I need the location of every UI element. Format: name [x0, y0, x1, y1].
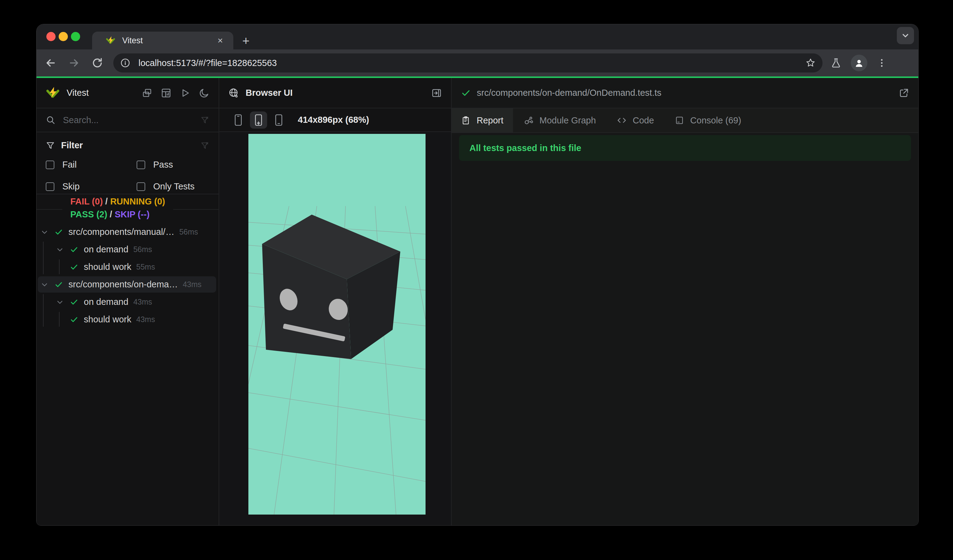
device-phone-small-button[interactable] — [230, 112, 247, 129]
tab-module-graph[interactable]: Module Graph — [513, 109, 606, 132]
filter-section: Filter Fail Pass — [37, 132, 219, 194]
pass-check-icon — [70, 298, 78, 306]
open-panel-right-icon[interactable] — [431, 88, 442, 98]
summary-line-2: PASS (2)/SKIP (--) — [70, 208, 165, 221]
checkbox[interactable] — [137, 161, 145, 169]
vitest-logo — [46, 86, 60, 100]
detach-windows-icon[interactable] — [142, 88, 152, 98]
search-input[interactable] — [63, 115, 200, 125]
pass-check-icon — [70, 315, 78, 324]
3d-scene-cube-robot — [248, 134, 425, 515]
sidebar-header: Vitest — [37, 78, 219, 108]
reload-button[interactable] — [88, 54, 107, 72]
browser-tab[interactable]: Vitest × — [92, 32, 233, 50]
toolbar-right-icons — [830, 55, 887, 71]
pass-count: PASS (2) — [70, 209, 107, 219]
tab-report[interactable]: Report — [452, 109, 513, 132]
person-icon — [854, 58, 864, 68]
experiments-flask-icon[interactable] — [830, 57, 841, 68]
tree-row-file-manual[interactable]: src/components/manual/… 56ms — [37, 223, 219, 241]
file-pass-check-icon — [461, 88, 471, 98]
vitest-favicon — [106, 36, 115, 45]
checkbox[interactable] — [46, 161, 54, 169]
device-phone-plus-button[interactable] — [250, 112, 267, 129]
filter-option-skip[interactable]: Skip — [46, 181, 137, 192]
browser-toolbar: localhost:5173/#/?file=1828625563 — [37, 50, 918, 76]
filter-option-only-tests[interactable]: Only Tests — [137, 181, 210, 192]
test-summary: FAIL (0)/RUNNING (0) PASS (2)/SKIP (--) — [37, 194, 219, 223]
site-info-icon[interactable] — [120, 58, 130, 68]
device-phone-minus-button[interactable] — [270, 112, 287, 129]
bookmark-star-icon[interactable] — [805, 58, 816, 68]
test-duration: 56ms — [133, 245, 152, 254]
browser-ui-title: Browser UI — [245, 88, 293, 98]
vitest-app: Vitest — [37, 78, 918, 526]
chevron-down-icon[interactable] — [40, 280, 49, 289]
pass-check-icon — [70, 263, 78, 271]
close-window-button[interactable] — [47, 32, 56, 41]
filter-option-fail[interactable]: Fail — [46, 160, 137, 170]
tab-close-icon[interactable]: × — [215, 35, 225, 47]
back-button[interactable] — [42, 54, 60, 72]
device-toolbar: 414x896px (68%) — [219, 109, 451, 132]
tree-row-suite[interactable]: on demand 43ms — [37, 293, 219, 311]
filter-option-pass[interactable]: Pass — [137, 160, 210, 170]
url-text[interactable]: localhost:5173/#/?file=1828625563 — [138, 58, 805, 68]
search-icon — [46, 115, 56, 125]
tree-row-suite[interactable]: on demand 56ms — [37, 241, 219, 258]
tab-title: Vitest — [122, 36, 215, 45]
chevron-down-icon[interactable] — [56, 298, 64, 306]
chevron-down-icon[interactable] — [40, 228, 49, 236]
chevron-down-icon[interactable] — [56, 245, 64, 254]
url-bar[interactable]: localhost:5173/#/?file=1828625563 — [113, 53, 823, 73]
dark-mode-moon-icon[interactable] — [199, 88, 210, 98]
tree-row-file-on-demand-selected[interactable]: src/components/on-dema… 43ms — [37, 276, 219, 293]
test-duration: 56ms — [179, 228, 198, 236]
tab-console[interactable]: Console (69) — [664, 109, 751, 132]
summary-line-1: FAIL (0)/RUNNING (0) — [70, 195, 165, 208]
tested-app-viewport[interactable] — [248, 134, 425, 515]
forward-button[interactable] — [65, 54, 83, 72]
clear-search-filter-icon[interactable] — [200, 115, 210, 125]
tab-search-button[interactable] — [897, 27, 914, 44]
minimize-window-button[interactable] — [59, 32, 68, 41]
funnel-icon — [46, 141, 55, 150]
run-all-play-icon[interactable] — [180, 88, 190, 98]
search-row — [37, 109, 219, 132]
sidebar: Vitest — [37, 78, 219, 526]
checkbox[interactable] — [137, 182, 145, 191]
clipboard-icon — [461, 116, 470, 125]
filter-title: Filter — [61, 140, 83, 150]
test-duration: 43ms — [183, 280, 202, 289]
clear-filter-icon[interactable] — [200, 141, 210, 150]
viewport-area — [219, 132, 451, 526]
app-title: Vitest — [67, 88, 89, 98]
tree-row-test[interactable]: should work 55ms — [37, 258, 219, 276]
report-panel: src/components/on-demand/OnDemand.test.t… — [452, 78, 918, 526]
chevron-down-icon — [901, 31, 910, 40]
test-duration: 43ms — [136, 315, 155, 324]
browser-window: Vitest × + localhost:5173/#/?file=182862… — [36, 24, 919, 526]
report-content: All tests passed in this file — [452, 133, 918, 526]
file-path: src/components/on-demand/OnDemand.test.t… — [477, 88, 661, 98]
new-tab-button[interactable]: + — [239, 34, 253, 48]
dashboard-icon[interactable] — [161, 88, 171, 98]
module-graph-icon — [523, 115, 533, 125]
skip-count: SKIP (--) — [115, 209, 149, 219]
globe-icon — [228, 88, 239, 98]
console-icon — [675, 116, 684, 125]
browser-ui-panel: Browser UI 414x896px (68%) — [219, 78, 452, 526]
external-link-icon[interactable] — [899, 88, 909, 98]
tab-code[interactable]: Code — [606, 109, 664, 132]
tree-row-test[interactable]: should work 43ms — [37, 311, 219, 328]
browser-ui-header: Browser UI — [219, 78, 451, 108]
maximize-window-button[interactable] — [71, 32, 80, 41]
menu-dots-icon[interactable] — [877, 58, 887, 68]
test-duration: 55ms — [136, 262, 155, 271]
report-tabs: Report Module Graph Code — [452, 109, 918, 132]
checkbox[interactable] — [46, 182, 54, 191]
profile-avatar[interactable] — [851, 55, 867, 71]
tab-strip: Vitest × + — [37, 24, 918, 50]
filter-options: Fail Pass Skip Only Tests — [46, 160, 210, 192]
pass-check-icon — [54, 280, 63, 289]
